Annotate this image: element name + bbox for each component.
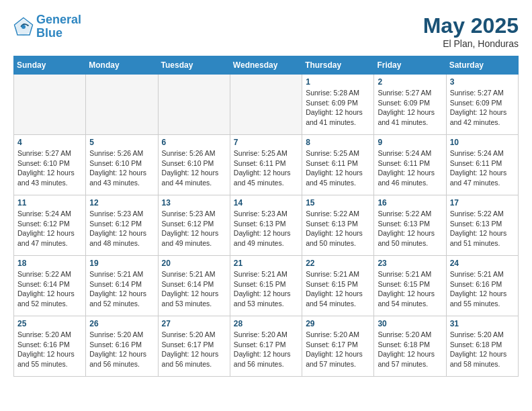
day-info: Sunrise: 5:25 AM Sunset: 6:11 PM Dayligh… (234, 148, 298, 188)
day-number: 17 (450, 198, 515, 208)
calendar-week-2: 4Sunrise: 5:27 AM Sunset: 6:10 PM Daylig… (14, 135, 519, 195)
logo-text: General Blue (36, 13, 81, 40)
column-header-monday: Monday (86, 56, 158, 75)
day-info: Sunrise: 5:26 AM Sunset: 6:10 PM Dayligh… (89, 148, 154, 188)
calendar-cell (158, 75, 230, 135)
column-header-sunday: Sunday (14, 56, 86, 75)
calendar-cell (86, 75, 158, 135)
calendar-cell: 17Sunrise: 5:22 AM Sunset: 6:13 PM Dayli… (446, 195, 518, 256)
calendar-cell: 27Sunrise: 5:20 AM Sunset: 6:17 PM Dayli… (158, 316, 230, 377)
day-info: Sunrise: 5:21 AM Sunset: 6:14 PM Dayligh… (162, 269, 226, 309)
day-info: Sunrise: 5:20 AM Sunset: 6:16 PM Dayligh… (89, 330, 154, 369)
column-header-saturday: Saturday (446, 56, 518, 75)
day-info: Sunrise: 5:28 AM Sunset: 6:09 PM Dayligh… (306, 88, 370, 128)
calendar-cell: 29Sunrise: 5:20 AM Sunset: 6:17 PM Dayli… (302, 316, 374, 377)
day-info: Sunrise: 5:20 AM Sunset: 6:17 PM Dayligh… (162, 330, 226, 369)
calendar-cell: 21Sunrise: 5:21 AM Sunset: 6:15 PM Dayli… (230, 256, 302, 316)
calendar-cell: 31Sunrise: 5:20 AM Sunset: 6:18 PM Dayli… (446, 316, 518, 377)
day-number: 31 (450, 319, 515, 328)
day-number: 21 (234, 259, 298, 268)
calendar-cell: 12Sunrise: 5:23 AM Sunset: 6:12 PM Dayli… (86, 195, 158, 256)
calendar-table: SundayMondayTuesdayWednesdayThursdayFrid… (13, 56, 519, 377)
day-info: Sunrise: 5:24 AM Sunset: 6:12 PM Dayligh… (17, 209, 82, 248)
calendar-cell: 5Sunrise: 5:26 AM Sunset: 6:10 PM Daylig… (86, 135, 158, 195)
day-number: 28 (234, 319, 298, 328)
logo: General Blue (13, 13, 81, 40)
day-number: 30 (378, 319, 442, 328)
day-number: 18 (17, 259, 82, 268)
calendar-body: 1Sunrise: 5:28 AM Sunset: 6:09 PM Daylig… (14, 75, 519, 377)
day-info: Sunrise: 5:20 AM Sunset: 6:16 PM Dayligh… (17, 330, 82, 369)
day-number: 12 (89, 198, 154, 208)
calendar-header-row: SundayMondayTuesdayWednesdayThursdayFrid… (14, 56, 519, 75)
logo-icon (13, 17, 34, 37)
day-info: Sunrise: 5:27 AM Sunset: 6:09 PM Dayligh… (378, 88, 442, 128)
calendar-cell (14, 75, 86, 135)
calendar-cell: 11Sunrise: 5:24 AM Sunset: 6:12 PM Dayli… (14, 195, 86, 256)
calendar-cell: 25Sunrise: 5:20 AM Sunset: 6:16 PM Dayli… (14, 316, 86, 377)
day-number: 5 (89, 138, 154, 147)
calendar-cell: 9Sunrise: 5:24 AM Sunset: 6:11 PM Daylig… (374, 135, 446, 195)
calendar-cell: 16Sunrise: 5:22 AM Sunset: 6:13 PM Dayli… (374, 195, 446, 256)
day-number: 19 (89, 259, 154, 268)
day-info: Sunrise: 5:22 AM Sunset: 6:13 PM Dayligh… (306, 209, 370, 248)
day-info: Sunrise: 5:21 AM Sunset: 6:14 PM Dayligh… (89, 269, 154, 309)
day-number: 22 (306, 259, 370, 268)
svg-point-2 (21, 25, 26, 29)
day-info: Sunrise: 5:20 AM Sunset: 6:17 PM Dayligh… (234, 330, 298, 369)
title-block: May 2025 El Plan, Honduras (423, 13, 519, 49)
column-header-thursday: Thursday (302, 56, 374, 75)
column-header-friday: Friday (374, 56, 446, 75)
calendar-cell: 30Sunrise: 5:20 AM Sunset: 6:18 PM Dayli… (374, 316, 446, 377)
day-number: 9 (378, 138, 442, 147)
day-number: 26 (89, 319, 154, 328)
day-info: Sunrise: 5:21 AM Sunset: 6:16 PM Dayligh… (450, 269, 515, 309)
day-info: Sunrise: 5:21 AM Sunset: 6:15 PM Dayligh… (378, 269, 442, 309)
day-number: 11 (17, 198, 82, 208)
day-number: 27 (162, 319, 226, 328)
calendar-cell: 8Sunrise: 5:25 AM Sunset: 6:11 PM Daylig… (302, 135, 374, 195)
calendar-cell: 13Sunrise: 5:23 AM Sunset: 6:12 PM Dayli… (158, 195, 230, 256)
calendar-cell: 14Sunrise: 5:23 AM Sunset: 6:13 PM Dayli… (230, 195, 302, 256)
day-info: Sunrise: 5:22 AM Sunset: 6:14 PM Dayligh… (17, 269, 82, 309)
calendar-cell: 10Sunrise: 5:24 AM Sunset: 6:11 PM Dayli… (446, 135, 518, 195)
day-number: 1 (306, 77, 370, 87)
day-number: 20 (162, 259, 226, 268)
location-subtitle: El Plan, Honduras (423, 38, 519, 49)
day-number: 8 (306, 138, 370, 147)
day-info: Sunrise: 5:27 AM Sunset: 6:09 PM Dayligh… (450, 88, 515, 128)
day-number: 7 (234, 138, 298, 147)
calendar-cell: 18Sunrise: 5:22 AM Sunset: 6:14 PM Dayli… (14, 256, 86, 316)
calendar-cell: 15Sunrise: 5:22 AM Sunset: 6:13 PM Dayli… (302, 195, 374, 256)
day-info: Sunrise: 5:25 AM Sunset: 6:11 PM Dayligh… (306, 148, 370, 188)
calendar-cell: 1Sunrise: 5:28 AM Sunset: 6:09 PM Daylig… (302, 75, 374, 135)
day-info: Sunrise: 5:20 AM Sunset: 6:17 PM Dayligh… (306, 330, 370, 369)
day-number: 2 (378, 77, 442, 87)
calendar-cell (230, 75, 302, 135)
day-info: Sunrise: 5:24 AM Sunset: 6:11 PM Dayligh… (450, 148, 515, 188)
calendar-cell: 28Sunrise: 5:20 AM Sunset: 6:17 PM Dayli… (230, 316, 302, 377)
day-info: Sunrise: 5:26 AM Sunset: 6:10 PM Dayligh… (162, 148, 226, 188)
day-number: 4 (17, 138, 82, 147)
day-number: 25 (17, 319, 82, 328)
day-number: 13 (162, 198, 226, 208)
day-number: 16 (378, 198, 442, 208)
day-number: 29 (306, 319, 370, 328)
day-number: 10 (450, 138, 515, 147)
day-info: Sunrise: 5:20 AM Sunset: 6:18 PM Dayligh… (450, 330, 515, 369)
calendar-cell: 22Sunrise: 5:21 AM Sunset: 6:15 PM Dayli… (302, 256, 374, 316)
day-number: 3 (450, 77, 515, 87)
calendar-cell: 7Sunrise: 5:25 AM Sunset: 6:11 PM Daylig… (230, 135, 302, 195)
calendar-week-4: 18Sunrise: 5:22 AM Sunset: 6:14 PM Dayli… (14, 256, 519, 316)
calendar-week-3: 11Sunrise: 5:24 AM Sunset: 6:12 PM Dayli… (14, 195, 519, 256)
day-number: 14 (234, 198, 298, 208)
day-info: Sunrise: 5:22 AM Sunset: 6:13 PM Dayligh… (378, 209, 442, 248)
day-info: Sunrise: 5:21 AM Sunset: 6:15 PM Dayligh… (234, 269, 298, 309)
calendar-cell: 24Sunrise: 5:21 AM Sunset: 6:16 PM Dayli… (446, 256, 518, 316)
calendar-cell: 4Sunrise: 5:27 AM Sunset: 6:10 PM Daylig… (14, 135, 86, 195)
day-info: Sunrise: 5:24 AM Sunset: 6:11 PM Dayligh… (378, 148, 442, 188)
calendar-cell: 20Sunrise: 5:21 AM Sunset: 6:14 PM Dayli… (158, 256, 230, 316)
calendar-cell: 23Sunrise: 5:21 AM Sunset: 6:15 PM Dayli… (374, 256, 446, 316)
calendar-week-5: 25Sunrise: 5:20 AM Sunset: 6:16 PM Dayli… (14, 316, 519, 377)
calendar-cell: 6Sunrise: 5:26 AM Sunset: 6:10 PM Daylig… (158, 135, 230, 195)
